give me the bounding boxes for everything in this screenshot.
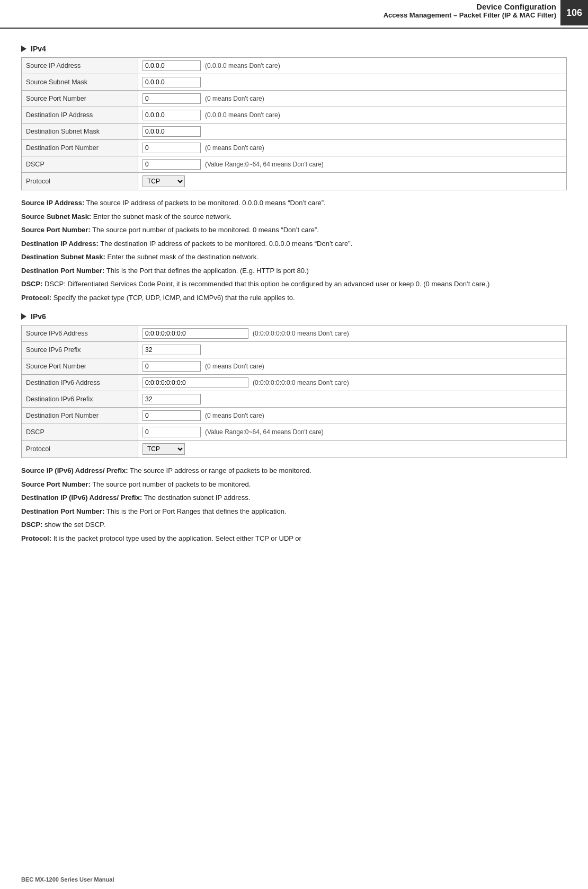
description-paragraph: Source Port Number: The source port numb… <box>21 225 567 235</box>
description-paragraph: Protocol: Specify the packet type (TCP, … <box>21 293 567 303</box>
main-title: Device Configuration <box>0 2 556 11</box>
field-label: Destination Port Number <box>22 140 138 156</box>
field-hint: (0.0.0.0 means Don't care) <box>205 111 280 119</box>
description-paragraph: Destination Subnet Mask: Enter the subne… <box>21 252 567 262</box>
triangle-icon <box>21 46 26 52</box>
field-label: DSCP <box>22 424 138 441</box>
desc-term: Destination Port Number: <box>21 267 104 275</box>
field-value-cell: TCPUDPICMPICMPv6 <box>138 173 567 190</box>
field-hint: (0 means Don't care) <box>205 95 264 102</box>
field-label: Source Port Number <box>22 358 138 375</box>
desc-term: DSCP: <box>21 280 42 288</box>
field-label: Source IPv6 Prefix <box>22 342 138 358</box>
desc-term: Source IP (IPv6) Address/ Prefix: <box>21 466 128 474</box>
description-paragraph: Destination Port Number: This is the Por… <box>21 266 567 276</box>
ipv4-form-table: Source IP Address(0.0.0.0 means Don't ca… <box>21 57 567 190</box>
field-hint: (0:0:0:0:0:0:0:0 means Don't care) <box>253 379 349 386</box>
field-input[interactable] <box>142 159 201 170</box>
table-row: ProtocolTCPUDPICMPICMPv6 <box>22 441 567 458</box>
field-input[interactable] <box>142 345 201 355</box>
field-input[interactable] <box>142 93 201 104</box>
description-paragraph: Source IP Address: The source IP address… <box>21 198 567 208</box>
desc-term: Source IP Address: <box>21 199 84 207</box>
field-value-cell: (Value Range:0~64, 64 means Don't care) <box>138 156 567 173</box>
field-label: Source IP Address <box>22 58 138 74</box>
triangle-icon-v6 <box>21 313 26 320</box>
ipv6-section-label: IPv6 <box>31 312 46 321</box>
field-label: Destination IPv6 Address <box>22 375 138 391</box>
ipv6-form-table: Source IPv6 Address(0:0:0:0:0:0:0:0 mean… <box>21 325 567 458</box>
field-input[interactable] <box>142 328 248 339</box>
field-value-cell: (0 means Don't care) <box>138 91 567 107</box>
description-paragraph: Source Subnet Mask: Enter the subnet mas… <box>21 212 567 222</box>
ipv6-section-header: IPv6 <box>21 312 567 321</box>
table-row: Source Port Number(0 means Don't care) <box>22 358 567 375</box>
field-value-cell <box>138 124 567 140</box>
field-hint: (0.0.0.0 means Don't care) <box>205 62 280 69</box>
field-input[interactable] <box>142 394 201 404</box>
field-label: Source IPv6 Address <box>22 325 138 342</box>
table-row: Source IPv6 Prefix <box>22 342 567 358</box>
description-paragraph: Destination IP (IPv6) Address/ Prefix: T… <box>21 492 567 503</box>
main-content: IPv4 Source IP Address(0.0.0.0 means Don… <box>0 34 588 557</box>
table-row: DSCP(Value Range:0~64, 64 means Don't ca… <box>22 156 567 173</box>
table-row: Destination IPv6 Address(0:0:0:0:0:0:0:0… <box>22 375 567 391</box>
field-hint: (Value Range:0~64, 64 means Don't care) <box>205 428 324 436</box>
description-paragraph: DSCP: show the set DSCP. <box>21 520 567 530</box>
description-paragraph: Source IP (IPv6) Address/ Prefix: The so… <box>21 465 567 476</box>
field-value-cell: TCPUDPICMPICMPv6 <box>138 441 567 458</box>
field-value-cell: (0.0.0.0 means Don't care) <box>138 58 567 74</box>
field-input[interactable] <box>142 77 201 87</box>
description-paragraph: Destination Port Number: This is the Por… <box>21 506 567 517</box>
desc-term: Protocol: <box>21 534 51 542</box>
desc-term: Destination Subnet Mask: <box>21 253 105 261</box>
desc-term: Protocol: <box>21 294 51 302</box>
field-input[interactable] <box>142 126 201 137</box>
field-input[interactable] <box>142 361 201 372</box>
page-header: Device Configuration Access Management –… <box>0 0 588 29</box>
field-input[interactable] <box>142 377 248 388</box>
desc-term: Destination Port Number: <box>21 507 104 515</box>
desc-term: Destination IP (IPv6) Address/ Prefix: <box>21 494 142 501</box>
protocol-select[interactable]: TCPUDPICMPICMPv6 <box>142 443 185 455</box>
field-label: Protocol <box>22 173 138 190</box>
field-label: Destination IPv6 Prefix <box>22 391 138 408</box>
field-label: DSCP <box>22 156 138 173</box>
field-input[interactable] <box>142 143 201 153</box>
page-number: 106 <box>560 0 588 25</box>
field-value-cell: (0:0:0:0:0:0:0:0 means Don't care) <box>138 375 567 391</box>
field-value-cell: (Value Range:0~64, 64 means Don't care) <box>138 424 567 441</box>
field-hint: (Value Range:0~64, 64 means Don't care) <box>205 161 324 168</box>
field-input[interactable] <box>142 60 201 71</box>
desc-term: Destination IP Address: <box>21 240 99 248</box>
protocol-select[interactable]: TCPUDPICMPICMPv6 <box>142 175 185 187</box>
table-row: Source Port Number(0 means Don't care) <box>22 91 567 107</box>
table-row: Destination IP Address(0.0.0.0 means Don… <box>22 107 567 124</box>
ipv4-section-header: IPv4 <box>21 45 567 53</box>
field-input[interactable] <box>142 110 201 120</box>
sub-title: Access Management – Packet Filter (IP & … <box>0 11 556 19</box>
field-label: Destination Subnet Mask <box>22 124 138 140</box>
field-value-cell <box>138 74 567 91</box>
table-row: Source IPv6 Address(0:0:0:0:0:0:0:0 mean… <box>22 325 567 342</box>
field-hint: (0 means Don't care) <box>205 412 264 419</box>
field-hint: (0:0:0:0:0:0:0:0 means Don't care) <box>253 330 349 337</box>
field-label: Destination IP Address <box>22 107 138 124</box>
description-paragraph: Source Port Number: The source port numb… <box>21 479 567 490</box>
field-value-cell: (0 means Don't care) <box>138 408 567 424</box>
field-input[interactable] <box>142 427 201 437</box>
table-row: Destination Port Number(0 means Don't ca… <box>22 408 567 424</box>
field-value-cell: (0 means Don't care) <box>138 358 567 375</box>
desc-term: Source Port Number: <box>21 480 91 488</box>
field-label: Source Port Number <box>22 91 138 107</box>
description-paragraph: Protocol: It is the packet protocol type… <box>21 533 567 544</box>
table-row: Source IP Address(0.0.0.0 means Don't ca… <box>22 58 567 74</box>
field-hint: (0 means Don't care) <box>205 144 264 152</box>
desc-term: Source Subnet Mask: <box>21 213 91 221</box>
field-value-cell: (0 means Don't care) <box>138 140 567 156</box>
table-row: Destination Port Number(0 means Don't ca… <box>22 140 567 156</box>
ipv4-section-label: IPv4 <box>31 45 46 53</box>
field-input[interactable] <box>142 410 201 421</box>
description-paragraph: DSCP: DSCP: Differentiated Services Code… <box>21 279 567 289</box>
table-row: ProtocolTCPUDPICMPICMPv6 <box>22 173 567 190</box>
